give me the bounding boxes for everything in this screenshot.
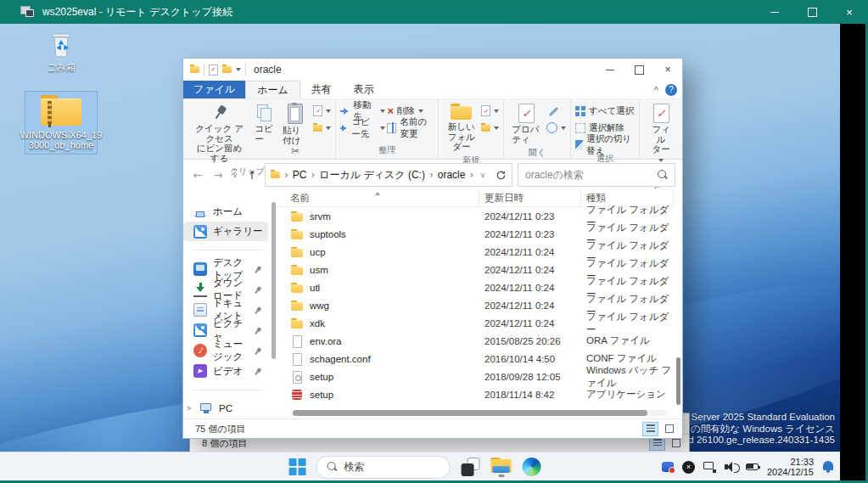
qat-customize-icon[interactable]: [236, 68, 241, 74]
paste-button[interactable]: 貼り付け ✂: [279, 102, 311, 159]
navigation-pane: ホーム ギャラリー デスクトップ: [183, 190, 270, 418]
group-label-open: 開く: [508, 146, 566, 160]
network-icon[interactable]: [703, 462, 716, 473]
file-explorer-taskbar-button[interactable]: [491, 458, 512, 477]
taskbar-search[interactable]: 検索: [316, 456, 451, 479]
volume-icon[interactable]: [725, 462, 737, 473]
recent-locations-button[interactable]: ∨: [231, 171, 239, 179]
move-to-icon: [340, 110, 348, 112]
rdp-window-title: ws2025eval - リモート デスクトップ接続: [42, 5, 232, 20]
recycle-bin-desktop-icon[interactable]: ごみ箱: [27, 29, 95, 72]
file-row[interactable]: setup 2018/09/28 12:05 Windows バッチ ファイル: [277, 368, 674, 385]
statusbar: 75 個の項目: [183, 418, 682, 438]
file-type-icon: [290, 352, 304, 366]
invert-selection-button[interactable]: 選択の切り替え: [575, 138, 635, 152]
invert-selection-icon: [575, 140, 583, 150]
maximize-button[interactable]: [624, 59, 653, 81]
taskbar-clock[interactable]: 21:33 2024/12/15: [767, 457, 814, 478]
qat-properties-icon[interactable]: ✓: [209, 65, 218, 76]
paste-shortcut-button[interactable]: [313, 121, 331, 135]
rdp-minimize-button[interactable]: [756, 0, 793, 24]
sidebar-item-pc[interactable]: > PC: [183, 399, 268, 418]
tab-share[interactable]: 共有: [300, 81, 343, 98]
sidebar-item[interactable]: ▶ ビデオ: [183, 361, 268, 381]
file-type-icon: [290, 210, 304, 223]
cut-icon[interactable]: ✂: [291, 147, 300, 157]
sidebar-scrollbar[interactable]: [270, 190, 277, 418]
search-input[interactable]: oracleの検索: [518, 163, 675, 187]
edge-browser-button[interactable]: [523, 458, 541, 476]
breadcrumb-pc[interactable]: PC: [293, 169, 307, 181]
home-icon: [193, 205, 207, 219]
search-placeholder: oracleの検索: [525, 168, 658, 183]
history-button[interactable]: [546, 121, 566, 135]
address-bar[interactable]: › PC › ローカル ディスク (C:) › oracle › ∨: [265, 163, 512, 187]
properties-icon: ✓: [518, 104, 535, 123]
new-item-button[interactable]: ✓: [481, 104, 499, 118]
start-button[interactable]: [289, 458, 306, 475]
horizontal-scrollbar[interactable]: [289, 410, 667, 416]
file-type-icon: [290, 334, 304, 348]
tray-status-x-icon[interactable]: ×: [682, 461, 695, 474]
breadcrumb-drive[interactable]: ローカル ディスク (C:): [319, 168, 425, 183]
close-button[interactable]: ×: [653, 59, 682, 81]
qat-new-folder-icon[interactable]: [222, 66, 232, 73]
sidebar-divider: [193, 250, 263, 250]
edit-button[interactable]: [546, 104, 566, 118]
sidebar-item-home[interactable]: ホーム: [183, 202, 268, 222]
file-type-icon: [290, 388, 304, 402]
rdp-close-button[interactable]: ×: [831, 0, 868, 24]
minimize-button[interactable]: [596, 59, 624, 81]
new-folder-button[interactable]: 新しい フォルダー: [443, 102, 479, 154]
recycle-bin-label: ごみ箱: [47, 62, 76, 72]
breadcrumb-oracle[interactable]: oracle: [438, 169, 466, 181]
up-button[interactable]: ↑: [244, 169, 260, 182]
refresh-icon[interactable]: [496, 170, 507, 181]
oracle-zip-desktop-icon[interactable]: WINDOWS.X64_19 3000_db_home: [25, 92, 97, 154]
chevron-expand-icon[interactable]: >: [187, 404, 193, 413]
copy-button[interactable]: コピー: [251, 102, 277, 145]
column-header-date[interactable]: 更新日時: [479, 190, 581, 206]
address-dropdown-icon[interactable]: ∨: [479, 171, 487, 179]
file-row[interactable]: xdk 2024/12/11 0:24 ファイル フォルダー: [277, 314, 674, 332]
collapse-ribbon-icon[interactable]: ^: [654, 85, 658, 95]
thumbnail-view-toggle[interactable]: [661, 422, 677, 436]
tab-file[interactable]: ファイル: [183, 81, 245, 98]
task-view-button[interactable]: [461, 457, 481, 477]
taskbar-search-placeholder: 検索: [344, 460, 365, 475]
tab-home[interactable]: ホーム: [245, 81, 300, 98]
notification-bell-icon[interactable]: [822, 460, 835, 474]
rdp-maximize-button[interactable]: [793, 0, 831, 24]
help-icon[interactable]: ?: [665, 84, 677, 96]
window-controls: ×: [596, 59, 682, 81]
properties-button[interactable]: ✓ プロパティ: [508, 102, 545, 146]
back-button[interactable]: ←: [190, 169, 205, 182]
select-all-button[interactable]: すべて選択: [575, 104, 635, 118]
file-row[interactable]: setup 2018/11/14 8:42 アプリケーション: [277, 385, 674, 403]
tab-view[interactable]: 表示: [343, 81, 385, 98]
tray-app-icon[interactable]: [662, 462, 674, 472]
rdp-window-controls: ×: [756, 0, 868, 24]
column-header-name[interactable]: 名前: [277, 190, 479, 206]
sidebar-item[interactable]: ♪ ミュージック: [183, 340, 268, 361]
copy-path-button[interactable]: ✓: [313, 104, 331, 118]
sidebar-item-gallery[interactable]: ギャラリー: [183, 222, 268, 241]
zip-folder-label: WINDOWS.X64_19 3000_db_home: [20, 130, 103, 150]
forward-button[interactable]: →: [210, 169, 226, 182]
pin-to-quick-access-button[interactable]: クイック アクセス にピン留めする: [189, 102, 249, 165]
recycle-bin-icon: [47, 29, 76, 59]
vertical-scrollbar[interactable]: [675, 206, 682, 407]
new-folder-icon: [451, 104, 473, 121]
explorer-window: ✓ oracle × ファイル ホーム 共有 表示 ^ ?: [182, 58, 683, 439]
search-icon: [328, 462, 338, 472]
copy-icon: [256, 104, 273, 122]
ribbon-group-new: 新しい フォルダー ✓ 新規: [439, 99, 504, 159]
easy-access-button[interactable]: [481, 121, 499, 135]
details-view-toggle[interactable]: [642, 422, 658, 436]
copy-to-button[interactable]: コピー先: [340, 121, 385, 135]
rename-button[interactable]: 名前の変更: [387, 121, 434, 135]
ribbon-group-open: ✓ プロパティ 開く: [504, 99, 571, 159]
filter-button[interactable]: ✓ フィル ター: [644, 102, 678, 166]
file-row[interactable]: env.ora 2015/08/25 20:26 ORA ファイル: [277, 332, 674, 350]
battery-icon[interactable]: [746, 463, 759, 470]
